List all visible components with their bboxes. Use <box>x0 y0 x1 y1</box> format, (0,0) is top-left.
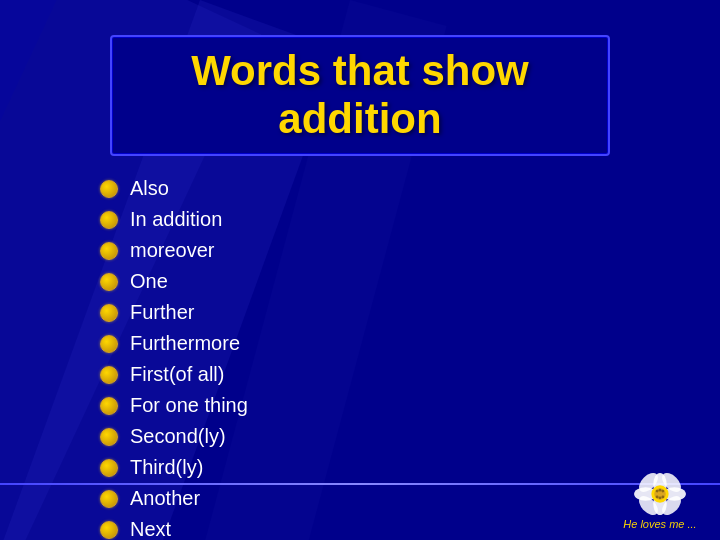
title-box: Words that show addition <box>110 35 610 156</box>
list-bullet <box>100 211 118 229</box>
word-list: AlsoIn additionmoreoverOneFurtherFurther… <box>40 176 680 540</box>
list-bullet <box>100 428 118 446</box>
list-bullet <box>100 180 118 198</box>
list-item-text: Furthermore <box>130 332 240 355</box>
list-bullet <box>100 242 118 260</box>
list-bullet <box>100 366 118 384</box>
list-bullet <box>100 490 118 508</box>
title-line2: addition <box>278 95 441 142</box>
list-item-text: Also <box>130 177 169 200</box>
slide-title: Words that show addition <box>132 47 588 144</box>
main-content: Words that show addition AlsoIn addition… <box>0 0 720 540</box>
list-item: Also <box>100 176 680 202</box>
list-item-text: moreover <box>130 239 214 262</box>
list-item: In addition <box>100 207 680 233</box>
list-item: One <box>100 269 680 295</box>
list-item: First(of all) <box>100 362 680 388</box>
list-item: Next <box>100 517 680 540</box>
list-item: For one thing <box>100 393 680 419</box>
list-item-text: Another <box>130 487 200 510</box>
list-bullet <box>100 304 118 322</box>
list-bullet <box>100 521 118 539</box>
list-item-text: One <box>130 270 168 293</box>
list-item: Another <box>100 486 680 512</box>
list-item: Further <box>100 300 680 326</box>
list-bullet <box>100 459 118 477</box>
list-item-text: Further <box>130 301 194 324</box>
list-item: Furthermore <box>100 331 680 357</box>
list-item-text: In addition <box>130 208 222 231</box>
list-item: Third(ly) <box>100 455 680 481</box>
list-bullet <box>100 397 118 415</box>
list-item-text: Third(ly) <box>130 456 203 479</box>
list-item-text: For one thing <box>130 394 248 417</box>
list-item-text: Second(ly) <box>130 425 226 448</box>
list-bullet <box>100 273 118 291</box>
list-item-text: First(of all) <box>130 363 224 386</box>
title-line1: Words that show <box>191 47 529 94</box>
list-item: moreover <box>100 238 680 264</box>
list-bullet <box>100 335 118 353</box>
list-item-text: Next <box>130 518 171 540</box>
list-item: Second(ly) <box>100 424 680 450</box>
